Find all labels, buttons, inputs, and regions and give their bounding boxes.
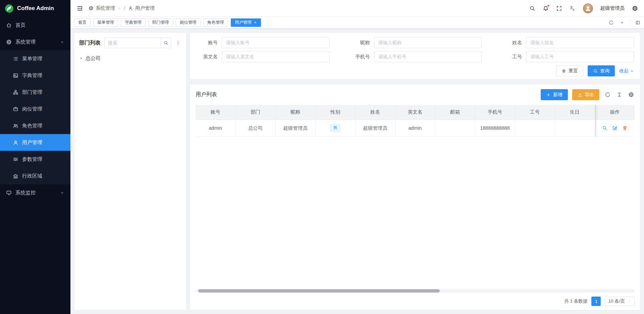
column-header-phone: 手机号: [475, 105, 515, 120]
refresh-table-button[interactable]: [604, 91, 611, 99]
work-no-input[interactable]: [526, 51, 634, 62]
settings-gear-icon[interactable]: [632, 5, 638, 11]
page-size-value: 10 条/页: [608, 298, 625, 304]
refresh-icon[interactable]: [609, 20, 614, 25]
caret-right-icon[interactable]: [79, 56, 83, 60]
department-panel-header: 部门列表: [79, 38, 181, 48]
reset-button[interactable]: 重置: [556, 65, 583, 76]
column-header-name: 姓名: [355, 105, 395, 120]
cell-nickname: 超级管理员: [275, 120, 315, 136]
view-user-button[interactable]: [602, 125, 607, 131]
close-icon[interactable]: [254, 21, 257, 24]
sidebar-item-system-monitor[interactable]: 系统监控: [0, 184, 70, 201]
tab-label: 用户管理: [235, 20, 252, 25]
add-user-button[interactable]: 新增: [541, 89, 568, 100]
user-list-tools: 新增 导出: [541, 89, 635, 100]
dictionary-icon: [13, 73, 18, 78]
tab-label: 部门管理: [152, 20, 169, 25]
tab-menu-management[interactable]: 菜单管理: [93, 18, 118, 27]
field-name: 姓名: [500, 37, 634, 48]
sidebar-item-label: 角色管理: [22, 123, 42, 129]
field-work-no: 工号: [500, 51, 634, 62]
english-name-input[interactable]: [222, 51, 330, 62]
table-header-row: 账号 部门 昵称 性别 姓名 英文名 邮箱 手机号 工号 生日: [196, 105, 635, 120]
field-label: 英文名: [196, 54, 222, 60]
account-input[interactable]: [222, 37, 330, 48]
post-icon: [13, 106, 18, 112]
avatar[interactable]: [583, 3, 593, 13]
page-number-button[interactable]: 1: [591, 297, 601, 306]
department-search-input[interactable]: [105, 38, 161, 48]
department-more-button[interactable]: [175, 40, 181, 46]
collapse-filter-button[interactable]: 收起: [619, 68, 634, 74]
add-button-label: 新增: [553, 92, 562, 98]
tab-home[interactable]: 首页: [74, 18, 91, 27]
column-header-department: 部门: [235, 105, 275, 120]
name-input[interactable]: [526, 37, 634, 48]
scrollbar-thumb[interactable]: [198, 289, 440, 293]
user-list-panel: 用户列表 新增 导出: [190, 84, 640, 310]
breadcrumb-system-management[interactable]: 系统管理: [89, 5, 121, 11]
search-icon: [593, 69, 598, 73]
tab-label: 岗位管理: [180, 20, 197, 25]
fullscreen-icon[interactable]: [556, 5, 562, 11]
sidebar-item-menu-management[interactable]: 菜单管理: [0, 50, 70, 67]
chevron-up-icon: [60, 40, 64, 44]
gear-icon: [628, 92, 634, 98]
parameter-icon: [13, 156, 18, 162]
tab-post-management[interactable]: 岗位管理: [176, 18, 201, 27]
tab-dictionary-management[interactable]: 字典管理: [121, 18, 146, 27]
search-icon[interactable]: [529, 5, 535, 11]
role-icon: [13, 123, 18, 129]
sidebar-item-user-management[interactable]: 用户管理: [0, 134, 70, 151]
tab-department-management[interactable]: 部门管理: [148, 18, 173, 27]
edit-user-button[interactable]: [612, 125, 618, 131]
translate-icon[interactable]: [570, 5, 576, 11]
query-button[interactable]: 查询: [588, 65, 615, 76]
tab-user-management[interactable]: 用户管理: [231, 18, 261, 27]
sidebar-item-home[interactable]: 首页: [0, 17, 70, 34]
breadcrumb-user-management[interactable]: 用户管理: [128, 5, 155, 11]
delete-user-button[interactable]: [622, 125, 628, 131]
sidebar-item-system-management[interactable]: 系统管理: [0, 34, 70, 50]
tree-node-head-office[interactable]: 总公司: [79, 53, 181, 63]
user-list-title: 用户列表: [196, 91, 217, 98]
sidebar-fold-icon[interactable]: [76, 5, 83, 12]
row-density-button[interactable]: [615, 91, 623, 99]
horizontal-scrollbar[interactable]: [196, 289, 635, 293]
cell-email: [435, 120, 475, 136]
sidebar-item-admin-region[interactable]: 行政区域: [0, 168, 70, 184]
filter-grid: 账号 昵称 姓名 英文名: [196, 37, 634, 62]
sidebar-item-post-management[interactable]: 岗位管理: [0, 101, 70, 117]
sidebar-menu: 首页 系统管理 菜单管理 字典管理 部门管理: [0, 17, 70, 314]
phone-input[interactable]: [374, 51, 482, 62]
tab-role-management[interactable]: 角色管理: [203, 18, 228, 27]
app-logo[interactable]: Coffee Admin: [0, 0, 70, 17]
breadcrumb-label: 用户管理: [135, 5, 155, 11]
content-fullscreen-button[interactable]: [630, 19, 640, 26]
table-settings-button[interactable]: [627, 91, 635, 99]
export-button[interactable]: 导出: [572, 89, 599, 100]
sidebar-item-label: 系统管理: [15, 39, 36, 45]
nickname-input[interactable]: [374, 37, 482, 48]
notification-bell-button[interactable]: [543, 5, 549, 11]
chevron-down-icon[interactable]: [620, 20, 625, 25]
chevron-up-icon: [630, 69, 634, 73]
top-bar: 系统管理 / 用户管理 超级管: [70, 0, 644, 17]
page-size-select[interactable]: 10 条/页: [605, 297, 635, 306]
sidebar-item-label: 参数管理: [22, 156, 42, 163]
plus-icon: [546, 92, 551, 97]
department-search-button[interactable]: [161, 38, 171, 48]
user-list-header: 用户列表 新增 导出: [196, 89, 635, 100]
sidebar-item-dictionary-management[interactable]: 字典管理: [0, 67, 70, 84]
system-management-submenu: 菜单管理 字典管理 部门管理 岗位管理 角色管理: [0, 50, 70, 184]
sidebar-item-department-management[interactable]: 部门管理: [0, 84, 70, 101]
right-column: 账号 昵称 姓名 英文名: [190, 33, 640, 310]
sidebar-item-parameter-management[interactable]: 参数管理: [0, 151, 70, 168]
tab-bar-tools: [609, 19, 640, 26]
sidebar-item-role-management[interactable]: 角色管理: [0, 117, 70, 134]
breadcrumb-label: 系统管理: [96, 5, 115, 11]
tab-label: 首页: [78, 20, 87, 25]
sidebar-item-label: 菜单管理: [22, 56, 42, 62]
username[interactable]: 超级管理员: [600, 5, 625, 11]
